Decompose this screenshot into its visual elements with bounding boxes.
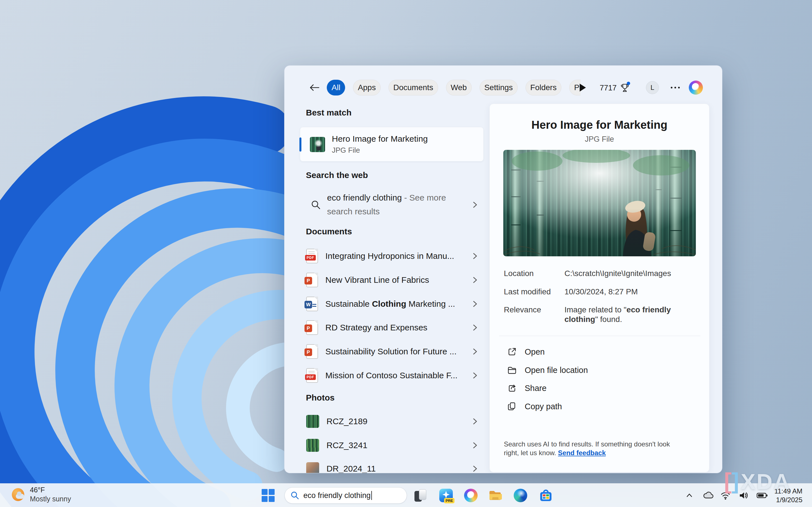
microsoft-store-icon[interactable] — [539, 489, 553, 502]
selection-accent-bar — [299, 137, 301, 152]
document-result[interactable]: P New Vibrant Line of Fabrics — [300, 268, 484, 292]
chevron-right-icon[interactable] — [473, 442, 477, 449]
rewards-counter[interactable]: 7717 — [600, 82, 629, 94]
battery-icon[interactable] — [756, 490, 767, 501]
photo-result[interactable]: DR_2024_11 — [300, 457, 484, 473]
window-stack-icon[interactable] — [414, 489, 427, 502]
chevron-right-icon[interactable] — [473, 372, 477, 379]
preview-pane: Hero Image for Marketing JPG File — [490, 104, 709, 472]
weather-condition: Mostly sunny — [30, 495, 71, 503]
wifi-icon[interactable] — [720, 490, 731, 501]
search-icon — [290, 491, 299, 500]
photo-result[interactable]: RCZ_2189 — [300, 409, 484, 433]
edge-browser-icon[interactable] — [514, 489, 527, 502]
clock[interactable]: 11:49 AM 1/9/2025 — [774, 487, 802, 504]
chevron-right-icon[interactable] — [473, 418, 477, 425]
action-share[interactable]: Share — [501, 380, 698, 396]
onedrive-cloud-icon[interactable] — [702, 490, 713, 501]
weather-temp: 46°F — [30, 486, 71, 494]
tab-apps[interactable]: Apps — [353, 80, 380, 96]
clock-time: 11:49 AM — [774, 487, 802, 496]
copy-icon — [507, 402, 517, 411]
word-file-icon: W — [306, 297, 318, 311]
ai-disclaimer: Search uses AI to find results. If somet… — [504, 440, 684, 457]
photo-thumbnail — [306, 439, 319, 452]
pre-badge: PRE — [444, 498, 455, 503]
powerpoint-file-icon: P — [306, 344, 318, 359]
tab-web[interactable]: Web — [446, 80, 472, 96]
back-arrow-icon[interactable] — [308, 82, 320, 93]
user-avatar[interactable]: L — [646, 81, 659, 94]
photo-result[interactable]: RCZ_3241 — [300, 434, 484, 457]
best-match-thumbnail — [310, 137, 325, 152]
tabs-scroll-right-icon[interactable] — [578, 83, 587, 92]
action-open[interactable]: Open — [501, 344, 698, 360]
chevron-right-icon[interactable] — [473, 300, 477, 307]
weather-icon — [11, 488, 26, 502]
rewards-badge-dot — [627, 82, 630, 85]
chevron-right-icon[interactable] — [473, 465, 477, 472]
pdf-file-icon: PDF — [306, 249, 318, 263]
chevron-right-icon[interactable] — [473, 324, 477, 331]
more-options-icon[interactable] — [670, 86, 681, 89]
copilot-taskbar-icon[interactable] — [464, 489, 477, 502]
folder-icon — [507, 365, 517, 375]
section-header-best-match: Best match — [306, 108, 352, 117]
text-caret — [371, 491, 372, 500]
tray-chevron-up-icon[interactable] — [684, 490, 695, 501]
send-feedback-link[interactable]: Send feedback — [558, 449, 606, 457]
best-match-title: Hero Image for Marketing — [332, 134, 428, 144]
action-open-file-location[interactable]: Open file location — [501, 362, 698, 378]
detail-row-location: Location C:\scratch\Ignite\Ignite\Images — [504, 269, 698, 278]
chevron-right-icon[interactable] — [473, 202, 477, 208]
powerpoint-file-icon: P — [306, 320, 318, 335]
preview-subtitle: JPG File — [490, 135, 709, 144]
file-explorer-icon[interactable] — [488, 489, 502, 502]
filter-tabs: All Apps Documents Web Settings Folders … — [327, 80, 580, 96]
taskbar: 46°F Mostly sunny eco friendly clothing … — [0, 483, 812, 507]
search-panel: All Apps Documents Web Settings Folders … — [284, 65, 722, 473]
pdf-file-icon: PDF — [306, 368, 318, 383]
tab-folders[interactable]: Folders — [525, 80, 561, 96]
chevron-right-icon[interactable] — [473, 277, 477, 283]
chevron-right-icon[interactable] — [473, 348, 477, 355]
best-match-result[interactable]: Hero Image for Marketing JPG File — [300, 127, 484, 161]
section-header-web: Search the web — [306, 170, 368, 180]
photo-thumbnail — [306, 462, 319, 473]
divider — [499, 336, 700, 336]
weather-widget[interactable]: 46°F Mostly sunny — [11, 486, 71, 503]
trophy-icon — [620, 83, 629, 93]
document-result[interactable]: P Sustainability Solution for Future ... — [300, 340, 484, 363]
system-tray: 11:49 AM 1/9/2025 — [684, 484, 812, 507]
photo-thumbnail — [306, 415, 319, 428]
powerpoint-file-icon: P — [306, 273, 318, 287]
share-icon — [507, 383, 517, 393]
detail-row-modified: Last modified 10/30/2024, 8:27 PM — [504, 287, 698, 297]
tab-documents[interactable]: Documents — [389, 80, 438, 96]
action-copy-path[interactable]: Copy path — [501, 398, 698, 414]
chevron-right-icon[interactable] — [473, 252, 477, 260]
search-query-text: eco friendly clothing — [303, 491, 371, 500]
open-icon — [507, 347, 517, 356]
taskbar-search-input[interactable]: eco friendly clothing — [285, 487, 407, 504]
desktop: All Apps Documents Web Settings Folders … — [0, 0, 812, 507]
bing-preview-icon[interactable]: PRE — [439, 489, 453, 502]
start-button[interactable] — [262, 489, 274, 502]
tab-settings[interactable]: Settings — [479, 80, 518, 96]
document-result[interactable]: PDF Mission of Contoso Sustainable F... — [300, 363, 484, 387]
rewards-points: 7717 — [600, 83, 617, 93]
web-search-result[interactable]: eco friendly clothing - See more search … — [300, 190, 484, 219]
document-result[interactable]: P RD Strategy and Expenses — [300, 316, 484, 339]
best-match-subtitle: JPG File — [332, 146, 428, 155]
document-result[interactable]: PDF Integrating Hydroponics in Manu... — [300, 244, 484, 268]
preview-title: Hero Image for Marketing — [490, 119, 709, 131]
tab-all[interactable]: All — [327, 80, 345, 96]
volume-icon[interactable] — [738, 490, 749, 501]
document-result[interactable]: W Sustainable Clothing Marketing ... — [300, 292, 484, 316]
search-icon — [311, 200, 321, 210]
copilot-icon[interactable] — [689, 80, 703, 95]
clock-date: 1/9/2025 — [774, 496, 802, 504]
section-header-photos: Photos — [306, 393, 335, 402]
preview-image — [503, 150, 696, 256]
detail-row-relevance: Relevance Image related to "eco friendly… — [504, 305, 698, 324]
